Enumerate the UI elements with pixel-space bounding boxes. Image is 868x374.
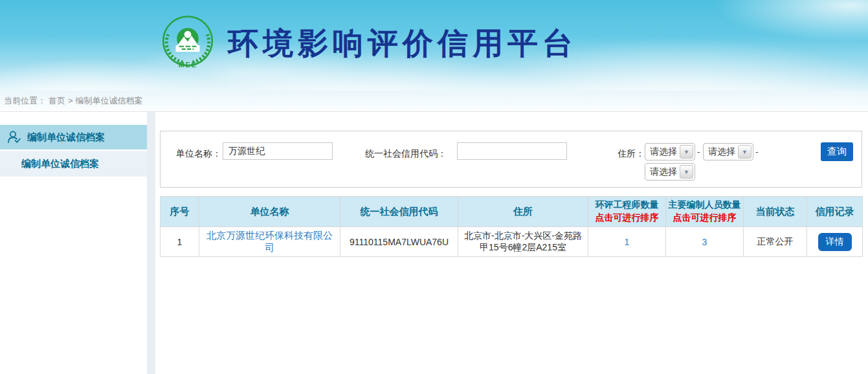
- credit-code-label: 统一社会信用代码：: [365, 148, 447, 160]
- header-credit-code: 统一社会信用代码: [340, 197, 458, 227]
- search-panel: 单位名称： 统一社会信用代码： 住所： 请选择 ▼ - 请选择 ▼ - 请选择 …: [160, 131, 862, 188]
- breadcrumb-prefix: 当前位置：: [4, 96, 46, 105]
- cell-index: 1: [161, 227, 199, 257]
- site-title: 环境影响评价信用平台: [228, 23, 577, 64]
- unit-name-label: 单位名称：: [176, 148, 221, 160]
- content-area: 单位名称： 统一社会信用代码： 住所： 请选择 ▼ - 请选择 ▼ - 请选择 …: [155, 112, 868, 374]
- table-header-row: 序号 单位名称 统一社会信用代码 住所 环评工程师数量 点击可进行排序 主要编制…: [161, 197, 863, 227]
- header-staff-count-sort[interactable]: 主要编制人员数量 点击可进行排序: [666, 197, 744, 227]
- sidebar: 编制单位诚信档案 编制单位诚信档案: [0, 112, 147, 374]
- breadcrumb: 当前位置：首页>编制单位诚信档案: [0, 91, 868, 112]
- mee-logo-icon: MEE: [161, 15, 215, 69]
- detail-button[interactable]: 详情: [818, 233, 852, 251]
- chevron-down-icon[interactable]: ▼: [680, 165, 693, 179]
- breadcrumb-separator: >: [68, 96, 73, 105]
- address-district-select[interactable]: 请选择 ▼: [645, 163, 695, 181]
- credit-code-input[interactable]: [457, 142, 567, 160]
- engineer-count-link[interactable]: 1: [625, 237, 630, 247]
- cell-credit-code: 91110115MA7LWUA76U: [340, 227, 458, 257]
- chevron-down-icon[interactable]: ▼: [738, 145, 751, 159]
- cell-address: 北京市-北京市-大兴区-金苑路甲15号6幢2层A215室: [458, 227, 588, 257]
- results-table: 序号 单位名称 统一社会信用代码 住所 环评工程师数量 点击可进行排序 主要编制…: [160, 196, 863, 257]
- header-staff-count-label: 主要编制人员数量: [669, 199, 741, 210]
- breadcrumb-current: 编制单位诚信档案: [76, 96, 143, 105]
- address-city-select[interactable]: 请选择 ▼: [703, 143, 753, 160]
- breadcrumb-home-link[interactable]: 首页: [49, 96, 65, 105]
- header-company: 单位名称: [199, 197, 340, 227]
- header-credit-record: 信用记录: [807, 197, 863, 227]
- mee-logo-text: MEE: [179, 61, 197, 69]
- person-check-icon: [6, 129, 22, 145]
- header-status: 当前状态: [744, 197, 807, 227]
- company-link[interactable]: 北京万源世纪环保科技有限公司: [206, 230, 333, 253]
- query-button[interactable]: 查询: [821, 142, 853, 161]
- sidebar-item-label: 编制单位诚信档案: [27, 131, 105, 144]
- sort-hint-staff: 点击可进行排序: [666, 212, 743, 224]
- sidebar-item-unit-credit-archive[interactable]: 编制单位诚信档案: [0, 125, 147, 149]
- address-dash-2: -: [755, 147, 759, 157]
- address-city-value: 请选择: [704, 146, 738, 158]
- chevron-down-icon[interactable]: ▼: [680, 145, 693, 159]
- address-dash-1: -: [697, 147, 700, 157]
- sidebar-divider: [147, 112, 155, 374]
- header-index: 序号: [161, 197, 199, 227]
- header-engineer-count-sort[interactable]: 环评工程师数量 点击可进行排序: [588, 197, 666, 227]
- unit-name-input[interactable]: [223, 142, 333, 160]
- sidebar-subitem-unit-credit-archive[interactable]: 编制单位诚信档案: [0, 151, 147, 177]
- address-label: 住所：: [618, 148, 645, 160]
- table-row: 1 北京万源世纪环保科技有限公司 91110115MA7LWUA76U 北京市-…: [161, 227, 863, 257]
- address-province-value: 请选择: [645, 146, 680, 158]
- address-province-select[interactable]: 请选择 ▼: [645, 143, 695, 160]
- sort-hint-engineer: 点击可进行排序: [588, 212, 665, 224]
- cell-status: 正常公开: [744, 227, 807, 257]
- header-address: 住所: [458, 197, 588, 227]
- header-engineer-count-label: 环评工程师数量: [595, 199, 659, 210]
- staff-count-link[interactable]: 3: [702, 237, 707, 247]
- site-banner: MEE 环境影响评价信用平台: [0, 0, 868, 91]
- main-area: 编制单位诚信档案 编制单位诚信档案 单位名称： 统一社会信用代码： 住所： 请选…: [0, 112, 868, 374]
- address-district-value: 请选择: [645, 166, 680, 178]
